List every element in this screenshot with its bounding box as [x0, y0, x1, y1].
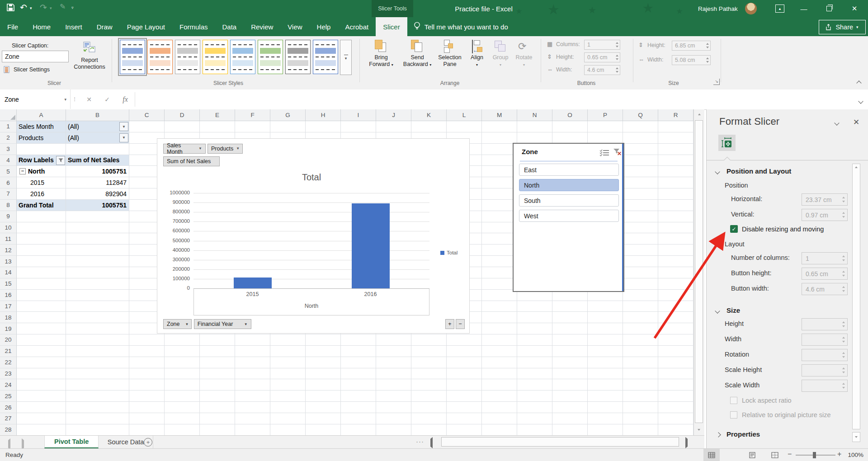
cell-P24[interactable]: [588, 379, 623, 390]
pane-scale-width-field[interactable]: [802, 380, 848, 392]
cell-N28[interactable]: [517, 424, 552, 436]
selection-pane-button[interactable]: SelectionPane: [433, 39, 467, 68]
cell-D23[interactable]: [165, 368, 200, 380]
cell-M5[interactable]: [482, 166, 517, 177]
column-header-L[interactable]: L: [447, 109, 482, 121]
cell-R28[interactable]: [658, 424, 693, 436]
cell-R25[interactable]: [658, 390, 693, 402]
cell-B3[interactable]: [66, 144, 129, 155]
row-header-10[interactable]: 10: [0, 222, 17, 234]
chart-field-button-sales-month[interactable]: Sales Month▼: [163, 144, 206, 154]
pivot-chart[interactable]: Sales Month▼ Products▼ Sum of Net Sales …: [157, 138, 470, 334]
cancel-icon[interactable]: ✕: [80, 89, 98, 109]
cell-P23[interactable]: [588, 368, 623, 380]
row-header-14[interactable]: 14: [0, 267, 17, 278]
cell-F20[interactable]: [235, 334, 270, 346]
cell-N1[interactable]: [517, 121, 552, 132]
column-header-K[interactable]: K: [411, 109, 447, 121]
cell-M13[interactable]: [482, 256, 517, 267]
position-layout-section-label[interactable]: Position and Layout: [726, 167, 791, 175]
cell-Q13[interactable]: [623, 256, 658, 267]
zoom-percentage[interactable]: 100%: [844, 452, 863, 458]
cell-B19[interactable]: [66, 323, 129, 334]
cell-O18[interactable]: [552, 312, 588, 323]
cell-J26[interactable]: [376, 402, 411, 413]
cell-B9[interactable]: [66, 211, 129, 222]
cell-F26[interactable]: [235, 402, 270, 413]
cell-E25[interactable]: [200, 390, 235, 402]
cell-P18[interactable]: [588, 312, 623, 323]
cell-M24[interactable]: [482, 379, 517, 390]
cell-A28[interactable]: [17, 424, 66, 436]
cell-H28[interactable]: [306, 424, 341, 436]
cell-B18[interactable]: [66, 312, 129, 323]
tab-draw[interactable]: Draw: [90, 17, 120, 36]
column-header-O[interactable]: O: [552, 109, 588, 121]
cell-F24[interactable]: [235, 379, 270, 390]
scroll-down-icon[interactable]: [698, 429, 700, 431]
properties-section-label[interactable]: Properties: [726, 430, 760, 438]
cell-Q14[interactable]: [623, 267, 658, 278]
page-layout-view-icon[interactable]: [744, 449, 760, 461]
cell-G26[interactable]: [270, 402, 306, 413]
cell-D25[interactable]: [165, 390, 200, 402]
cell-L21[interactable]: [447, 346, 482, 357]
tab-slicer[interactable]: Slicer: [376, 17, 407, 36]
cell-L22[interactable]: [447, 357, 482, 368]
cell-R23[interactable]: [658, 368, 693, 380]
row-header-24[interactable]: 24: [0, 379, 17, 390]
cell-B5[interactable]: 1005751: [66, 166, 129, 177]
row-header-19[interactable]: 19: [0, 323, 17, 334]
cell-M4[interactable]: [482, 155, 517, 166]
vertical-scrollbar[interactable]: [693, 109, 704, 435]
cell-H23[interactable]: [306, 368, 341, 380]
cell-F27[interactable]: [235, 413, 270, 424]
tell-me-box[interactable]: Tell me what you want to do: [407, 17, 514, 36]
button-width-field[interactable]: 4.6 cm: [802, 283, 848, 295]
undo-dropdown-icon[interactable]: ▾: [30, 6, 32, 10]
align-button[interactable]: ←Align▾: [466, 39, 488, 68]
cell-J23[interactable]: [376, 368, 411, 380]
cell-B8[interactable]: 1005751: [66, 200, 129, 211]
cell-H20[interactable]: [306, 334, 341, 346]
normal-view-icon[interactable]: [703, 449, 720, 461]
button-width-field-spinner[interactable]: [840, 283, 847, 295]
column-header-C[interactable]: C: [129, 109, 165, 121]
column-header-A[interactable]: A: [17, 109, 66, 121]
cell-G1[interactable]: [270, 121, 306, 132]
slicer-item-east[interactable]: East: [519, 164, 619, 176]
cell-E26[interactable]: [200, 402, 235, 413]
cell-M12[interactable]: [482, 245, 517, 256]
cell-Q26[interactable]: [623, 402, 658, 413]
tab-acrobat[interactable]: Acrobat: [338, 17, 376, 36]
column-header-Q[interactable]: Q: [623, 109, 658, 121]
cell-M21[interactable]: [482, 346, 517, 357]
buttons-width-field-spinner[interactable]: [614, 66, 620, 75]
cell-O17[interactable]: [552, 301, 588, 312]
cell-B21[interactable]: [66, 346, 129, 357]
pane-collapse-icon[interactable]: [834, 120, 839, 125]
cell-Q6[interactable]: [623, 177, 658, 188]
enter-icon[interactable]: ✓: [99, 89, 116, 109]
row-header-4[interactable]: 4: [0, 155, 17, 166]
page-break-view-icon[interactable]: [767, 449, 783, 461]
cell-B13[interactable]: [66, 256, 129, 267]
pane-scroll-up-icon[interactable]: [855, 166, 858, 168]
cell-Q4[interactable]: [623, 155, 658, 166]
tab-page-layout[interactable]: Page Layout: [120, 17, 172, 36]
cell-P19[interactable]: [588, 323, 623, 334]
cell-G22[interactable]: [270, 357, 306, 368]
cell-P20[interactable]: [588, 334, 623, 346]
cell-B1[interactable]: (All)▼: [66, 121, 129, 132]
cell-A9[interactable]: [17, 211, 66, 222]
row-header-28[interactable]: 28: [0, 424, 17, 436]
cell-N21[interactable]: [517, 346, 552, 357]
cell-I23[interactable]: [341, 368, 376, 380]
cell-N27[interactable]: [517, 413, 552, 424]
cell-O20[interactable]: [552, 334, 588, 346]
cell-Q9[interactable]: [623, 211, 658, 222]
cell-R27[interactable]: [658, 413, 693, 424]
cell-N26[interactable]: [517, 402, 552, 413]
cell-Q12[interactable]: [623, 245, 658, 256]
bar-2015[interactable]: [234, 278, 272, 288]
